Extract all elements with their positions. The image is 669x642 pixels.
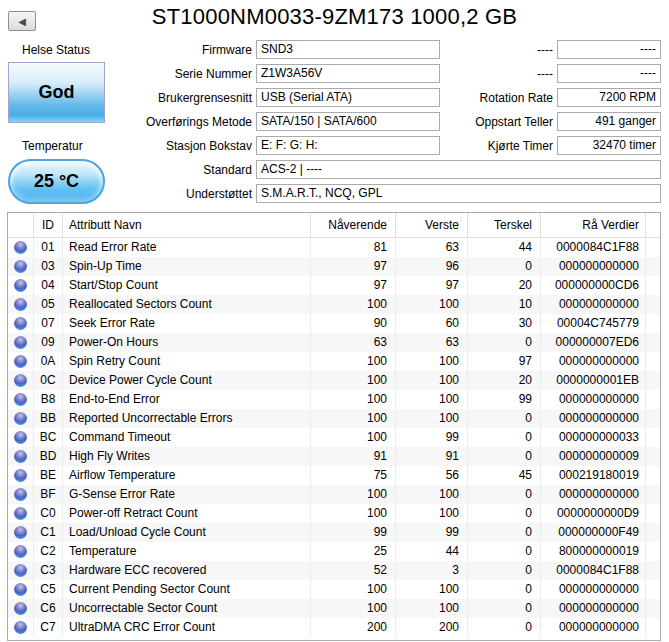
table-row[interactable]: 0ASpin Retry Count10010097000000000000 <box>8 352 660 371</box>
cell-worst: 99 <box>396 523 468 542</box>
cell-attribute-name: Seek Error Rate <box>63 314 311 333</box>
status-cell <box>8 618 34 637</box>
field-left-6-row: UnderstøttetS.M.A.R.T., NCQ, GPL <box>0 184 661 203</box>
status-ok-icon <box>14 450 27 463</box>
field-right-0-value: ---- <box>557 40 661 59</box>
field-right-0-row: -------- <box>0 40 661 59</box>
cell-threshold: 0 <box>468 428 541 447</box>
status-cell <box>8 599 34 618</box>
status-ok-icon <box>14 545 27 558</box>
cell-filler <box>646 371 660 390</box>
cell-worst: 96 <box>396 257 468 276</box>
cell-attribute-name: Spin Retry Count <box>63 352 311 371</box>
status-ok-icon <box>14 317 27 330</box>
cell-raw-values: 000000000000 <box>541 485 646 504</box>
cell-filler <box>646 447 660 466</box>
status-cell <box>8 523 34 542</box>
table-row[interactable]: 01Read Error Rate8163440000084C1F88 <box>8 238 660 257</box>
cell-filler <box>646 542 660 561</box>
status-cell <box>8 390 34 409</box>
status-ok-icon <box>14 583 27 596</box>
drive-title: ST1000NM0033-9ZM173 1000,2 GB <box>0 4 669 30</box>
cell-worst: 97 <box>396 276 468 295</box>
cell-filler <box>646 257 660 276</box>
cell-threshold: 0 <box>468 580 541 599</box>
header-col-id: ID <box>34 213 63 238</box>
cell-raw-values: 000000000033 <box>541 428 646 447</box>
table-row[interactable]: 09Power-On Hours63630000000007ED6 <box>8 333 660 352</box>
cell-filler <box>646 561 660 580</box>
field-right-1-label: ---- <box>0 67 553 81</box>
table-row[interactable]: C2Temperature25440800000000019 <box>8 542 660 561</box>
header-col-raw-values: Rå Verdier <box>541 213 646 238</box>
cell-id: C7 <box>34 618 63 637</box>
cell-raw-values: 0000000000D9 <box>541 504 646 523</box>
table-row[interactable]: BCCommand Timeout100990000000000033 <box>8 428 660 447</box>
status-ok-icon <box>14 393 27 406</box>
table-row[interactable]: 05Reallocated Sectors Count1001001000000… <box>8 295 660 314</box>
status-cell <box>8 238 34 257</box>
cell-worst: 44 <box>396 542 468 561</box>
table-row[interactable]: C7UltraDMA CRC Error Count20020000000000… <box>8 618 660 637</box>
cell-attribute-name: Start/Stop Count <box>63 276 311 295</box>
table-row[interactable]: 04Start/Stop Count979720000000000CD6 <box>8 276 660 295</box>
cell-worst: 100 <box>396 580 468 599</box>
cell-attribute-name: G-Sense Error Rate <box>63 485 311 504</box>
status-ok-icon <box>14 431 27 444</box>
cell-worst: 63 <box>396 238 468 257</box>
cell-threshold: 97 <box>468 352 541 371</box>
field-left-5-row: StandardACS-2 | ---- <box>0 160 661 179</box>
table-row[interactable]: B8End-to-End Error10010099000000000000 <box>8 390 660 409</box>
table-row[interactable]: C5Current Pending Sector Count1001000000… <box>8 580 660 599</box>
table-row[interactable]: 07Seek Error Rate90603000004C745779 <box>8 314 660 333</box>
header-col-status <box>8 213 34 238</box>
cell-id: BC <box>34 428 63 447</box>
table-row[interactable]: BFG-Sense Error Rate1001000000000000000 <box>8 485 660 504</box>
status-ok-icon <box>14 260 27 273</box>
smart-table-body: 01Read Error Rate8163440000084C1F8803Spi… <box>8 238 660 637</box>
cell-current: 91 <box>311 447 396 466</box>
field-right-2-row: Rotation Rate7200 RPM <box>0 88 661 107</box>
cell-raw-values: 000000000000 <box>541 390 646 409</box>
cell-id: BD <box>34 447 63 466</box>
cell-worst: 100 <box>396 504 468 523</box>
table-row[interactable]: C1Load/Unload Cycle Count99990000000000F… <box>8 523 660 542</box>
table-row[interactable]: 03Spin-Up Time97960000000000000 <box>8 257 660 276</box>
status-cell <box>8 333 34 352</box>
cell-worst: 56 <box>396 466 468 485</box>
field-right-1-value: ---- <box>557 64 661 83</box>
status-ok-icon <box>14 526 27 539</box>
table-row[interactable]: C6Uncorrectable Sector Count100100000000… <box>8 599 660 618</box>
cell-raw-values: 000000000000 <box>541 295 646 314</box>
cell-worst: 100 <box>396 371 468 390</box>
status-cell <box>8 542 34 561</box>
cell-filler <box>646 295 660 314</box>
cell-filler <box>646 599 660 618</box>
cell-id: 09 <box>34 333 63 352</box>
cell-raw-values: 000000000000 <box>541 580 646 599</box>
smart-attribute-table: IDAttributt NavnNåverendeVersteTerskelRå… <box>7 212 661 641</box>
cell-current: 100 <box>311 580 396 599</box>
status-ok-icon <box>14 374 27 387</box>
cell-id: C5 <box>34 580 63 599</box>
table-row[interactable]: 0CDevice Power Cycle Count10010020000000… <box>8 371 660 390</box>
cell-current: 200 <box>311 618 396 637</box>
cell-current: 25 <box>311 542 396 561</box>
status-ok-icon <box>14 298 27 311</box>
table-row[interactable]: BBReported Uncorrectable Errors100100000… <box>8 409 660 428</box>
table-row[interactable]: BDHigh Fly Writes91910000000000009 <box>8 447 660 466</box>
cell-current: 90 <box>311 314 396 333</box>
field-left-5-value: ACS-2 | ---- <box>256 160 661 179</box>
cell-attribute-name: Current Pending Sector Count <box>63 580 311 599</box>
cell-threshold: 0 <box>468 257 541 276</box>
cell-filler <box>646 238 660 257</box>
cell-filler <box>646 409 660 428</box>
table-row[interactable]: C0Power-off Retract Count100100000000000… <box>8 504 660 523</box>
table-row[interactable]: BEAirflow Temperature755645000219180019 <box>8 466 660 485</box>
cell-attribute-name: End-to-End Error <box>63 390 311 409</box>
table-row[interactable]: C3Hardware ECC recovered52300000084C1F88 <box>8 561 660 580</box>
cell-filler <box>646 428 660 447</box>
status-cell <box>8 352 34 371</box>
cell-raw-values: 000000000000 <box>541 599 646 618</box>
cell-raw-values: 0000000001EB <box>541 371 646 390</box>
